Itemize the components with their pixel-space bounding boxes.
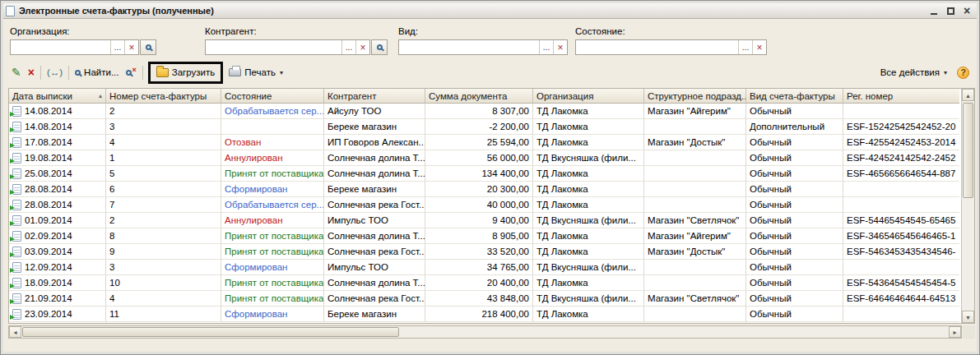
scroll-down-icon[interactable]: ▼ <box>962 311 974 323</box>
all-actions-button[interactable]: Все действия ▾ <box>877 66 950 79</box>
edit-button[interactable]: ✎ <box>8 65 25 80</box>
column-header[interactable]: Состояние <box>221 89 324 104</box>
organization-clear-icon[interactable]: × <box>124 40 138 54</box>
cell-reg_number: ESF-54465454545-65465 <box>843 213 959 228</box>
kind-choose-button[interactable]: ... <box>539 40 553 54</box>
table-row[interactable]: 12.09.20143СформированИмпульс ТОО34 765,… <box>9 260 961 275</box>
column-header-label: Дата выписки <box>12 91 72 101</box>
cell-amount: 134 400,00 <box>425 166 533 182</box>
column-header[interactable]: Рег. номер <box>843 89 959 104</box>
state-choose-button[interactable]: ... <box>738 40 752 54</box>
table-row[interactable]: 28.08.20146СформированБереке магазин20 3… <box>9 182 961 197</box>
cell-subdivision: Магазин "Светлячок" <box>644 291 746 307</box>
cell-date: 02.09.2014 <box>9 228 106 244</box>
maximize-button[interactable] <box>944 5 957 17</box>
cell-reg_number: ESF-15242542542452-20 <box>843 119 959 135</box>
minimize-button[interactable] <box>927 5 941 17</box>
state-input[interactable] <box>576 40 738 54</box>
close-button[interactable]: × <box>960 5 973 17</box>
cell-state: Сформирован <box>221 260 324 275</box>
window-title: Электронные счета-фактуры (полученные) <box>19 6 214 16</box>
sort-indicator-icon: ▴ <box>95 92 102 99</box>
table-row[interactable]: 18.09.201410Принят от поставщикаСолнечна… <box>9 275 961 291</box>
scroll-left-icon[interactable]: ◂ <box>9 326 21 338</box>
cell-subdivision <box>644 182 746 197</box>
date-interval-button[interactable]: (↔) <box>44 66 66 79</box>
cell-reg_number <box>843 182 959 197</box>
window-icon <box>6 6 15 16</box>
load-label: Загрузить <box>172 67 216 77</box>
table-row[interactable]: 25.08.20145Принят от поставщикаСолнечная… <box>9 166 961 182</box>
cell-number: 9 <box>106 244 221 260</box>
cell-organization: ТД Лакомка <box>533 135 644 150</box>
cell-counterparty: Береке магазин <box>324 182 425 197</box>
delete-button[interactable]: × <box>25 65 38 80</box>
column-header[interactable]: Вид счета-фактуры <box>746 89 843 104</box>
help-button[interactable]: ? <box>957 67 969 79</box>
vertical-scrollbar[interactable]: ▲ ▼ <box>961 89 974 323</box>
scroll-right-icon[interactable]: ▸ <box>949 326 961 338</box>
cancel-search-button[interactable]: × <box>123 68 140 77</box>
cell-number: 8 <box>106 228 221 244</box>
printer-icon <box>229 68 241 76</box>
filter-organization: Организация: ... × <box>10 26 156 55</box>
column-header[interactable]: Структурное подразд... <box>644 89 746 104</box>
organization-open-button[interactable] <box>140 39 156 55</box>
table-row[interactable]: 17.08.20144ОтозванИП Говоров Алексан...2… <box>9 135 961 150</box>
organization-choose-button[interactable]: ... <box>110 40 124 54</box>
scroll-up-icon[interactable]: ▲ <box>962 89 974 101</box>
column-header[interactable]: Сумма документа <box>425 89 533 104</box>
toolbar-separator <box>142 66 143 80</box>
table-row[interactable]: 02.09.20148Принят от поставщикаСолнечная… <box>9 228 961 244</box>
organization-input[interactable] <box>11 40 110 54</box>
cell-organization: ТД Лакомка <box>533 166 644 182</box>
table-row[interactable]: 28.08.20147Обрабатывается сер...Солнечна… <box>9 197 961 213</box>
table-row[interactable]: 01.09.20142АннулированИмпульс ТОО9 400,0… <box>9 213 961 228</box>
column-header[interactable]: Номер счета-фактуры <box>106 89 221 104</box>
print-button[interactable]: Печать ▾ <box>225 66 286 79</box>
counterparty-choose-button[interactable]: ... <box>341 40 355 54</box>
counterparty-input[interactable] <box>206 40 341 54</box>
cell-organization: ТД Вкусняшка (фили... <box>533 260 644 275</box>
maximize-icon <box>947 7 954 15</box>
cell-state: Аннулирован <box>221 213 324 228</box>
document-icon <box>12 184 21 195</box>
scroll-corner <box>963 325 975 339</box>
cell-date-label: 12.09.2014 <box>25 260 72 274</box>
horizontal-scrollbar[interactable]: ◂ ▸ <box>8 325 962 339</box>
folder-icon <box>156 68 169 77</box>
cell-date-label: 14.08.2014 <box>25 119 72 134</box>
table-row[interactable]: 03.09.20149Принят от поставщикаСолнечная… <box>9 244 961 260</box>
cell-counterparty: Солнечная река Гост... <box>324 291 425 307</box>
table-row[interactable]: 21.09.20144Принят от поставщикаСолнечная… <box>9 291 961 307</box>
column-header[interactable]: Контрагент <box>324 89 425 104</box>
state-clear-icon[interactable]: × <box>752 40 766 54</box>
column-header[interactable]: Организация <box>533 89 644 104</box>
counterparty-field: ... × <box>205 39 370 55</box>
cell-date: 28.08.2014 <box>9 197 106 213</box>
kind-input[interactable] <box>399 40 539 54</box>
kind-clear-icon[interactable]: × <box>553 40 567 54</box>
table-row[interactable]: 19.08.20141АннулированСолнечная долина Т… <box>9 150 961 166</box>
column-header[interactable]: Дата выписки▴ <box>9 89 106 104</box>
counterparty-clear-icon[interactable]: × <box>355 40 369 54</box>
table-row[interactable]: 14.08.20143Береке магазин-2 200,00ТД Лак… <box>9 119 961 135</box>
document-icon <box>12 106 21 117</box>
cell-date-label: 23.09.2014 <box>25 307 72 321</box>
counterparty-open-button[interactable] <box>371 39 388 55</box>
invoice-table: Дата выписки▴Номер счета-фактурыСостояни… <box>8 88 975 324</box>
hscrollbar-thumb[interactable] <box>22 327 399 337</box>
load-button[interactable]: Загрузить <box>153 66 219 79</box>
cell-state: Принят от поставщика <box>221 244 324 260</box>
vscrollbar-thumb[interactable] <box>963 103 973 198</box>
print-label: Печать <box>244 67 276 77</box>
table-row[interactable]: 23.09.201411СформированБереке магазин218… <box>9 307 961 322</box>
cell-amount: 8 307,00 <box>425 104 533 119</box>
column-header-label: Состояние <box>225 91 272 101</box>
filter-kind-label: Вид: <box>398 26 568 36</box>
cell-number: 7 <box>106 197 221 213</box>
cell-reg_number <box>843 307 959 322</box>
table-row[interactable]: 14.08.20142Обрабатывается сер...Айсулу Т… <box>9 104 961 119</box>
cell-date: 03.09.2014 <box>9 244 106 260</box>
find-button[interactable]: Найти... <box>72 66 122 79</box>
